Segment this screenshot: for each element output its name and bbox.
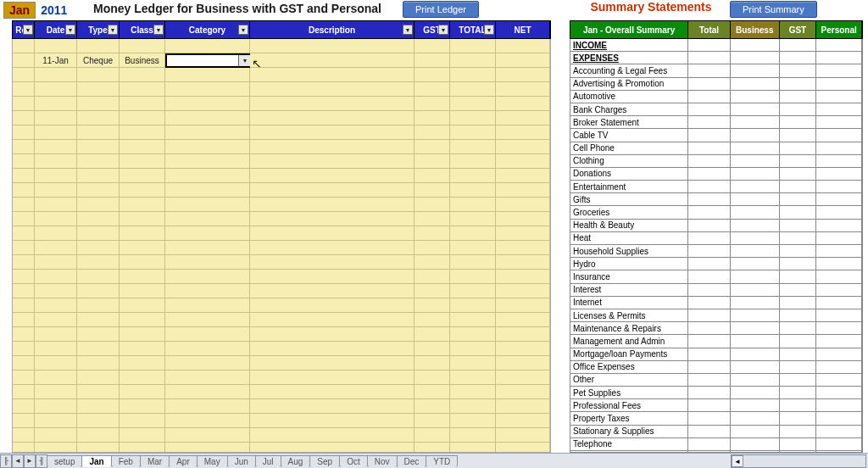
ledger-cell-total[interactable] <box>450 399 496 414</box>
ledger-cell-type[interactable] <box>77 414 120 428</box>
ledger-row[interactable] <box>13 370 550 385</box>
ledger-cell-desc[interactable] <box>250 356 415 370</box>
ledger-cell-net[interactable] <box>496 284 550 298</box>
ledger-row[interactable] <box>13 68 550 82</box>
ledger-cell-total[interactable] <box>450 298 496 313</box>
ledger-row[interactable] <box>13 356 550 370</box>
ledger-cell-rec[interactable] <box>13 399 35 414</box>
ledger-cell-desc[interactable] <box>250 39 415 53</box>
ledger-cell-desc[interactable] <box>250 82 415 97</box>
ledger-cell-class[interactable] <box>120 39 165 53</box>
ledger-cell-total[interactable] <box>450 82 496 97</box>
ledger-cell-class[interactable] <box>120 356 165 370</box>
ledger-cell-gst[interactable] <box>415 428 450 443</box>
ledger-cell-cat[interactable] <box>165 183 250 198</box>
ledger-cell-date[interactable] <box>35 82 77 97</box>
ledger-cell-class[interactable] <box>120 370 165 385</box>
ledger-cell-class[interactable] <box>120 183 165 198</box>
ledger-cell-class[interactable] <box>120 111 165 125</box>
ledger-cell-rec[interactable] <box>13 53 35 68</box>
ledger-cell-type[interactable] <box>77 97 120 111</box>
ledger-cell-date[interactable] <box>35 97 77 111</box>
ledger-cell-type[interactable] <box>77 443 120 453</box>
ledger-cell-net[interactable] <box>496 255 550 270</box>
ledger-cell-cat[interactable] <box>165 443 250 453</box>
ledger-cell-class[interactable] <box>120 169 165 183</box>
ledger-cell-rec[interactable] <box>13 169 35 183</box>
ledger-cell-net[interactable] <box>496 53 550 68</box>
ledger-cell-class[interactable]: Business <box>120 53 165 68</box>
ledger-cell-type[interactable] <box>77 428 120 443</box>
ledger-row[interactable] <box>13 342 550 356</box>
ledger-cell-total[interactable] <box>450 342 496 356</box>
ledger-cell-gst[interactable] <box>415 327 450 342</box>
ledger-cell-type[interactable] <box>77 183 120 198</box>
ledger-cell-desc[interactable] <box>250 428 415 443</box>
ledger-cell-rec[interactable] <box>13 298 35 313</box>
ledger-cell-type[interactable] <box>77 327 120 342</box>
ledger-cell-net[interactable] <box>496 154 550 169</box>
col-type[interactable]: Type▼ <box>77 21 120 38</box>
ledger-cell-type[interactable] <box>77 342 120 356</box>
scroll-left-icon[interactable]: ◄ <box>732 455 743 467</box>
ledger-cell-date[interactable] <box>35 298 77 313</box>
ledger-cell-cat[interactable] <box>165 356 250 370</box>
ledger-cell-total[interactable] <box>450 183 496 198</box>
ledger-cell-total[interactable] <box>450 198 496 212</box>
ledger-cell-rec[interactable] <box>13 428 35 443</box>
ledger-cell-date[interactable] <box>35 140 77 154</box>
ledger-row[interactable] <box>13 82 550 97</box>
filter-dropdown-icon[interactable]: ▼ <box>108 25 118 35</box>
ledger-cell-gst[interactable] <box>415 68 450 82</box>
ledger-cell-gst[interactable] <box>415 82 450 97</box>
ledger-row[interactable] <box>13 111 550 125</box>
sheet-tab-nov[interactable]: Nov <box>367 455 398 467</box>
ledger-cell-total[interactable] <box>450 443 496 453</box>
ledger-cell-type[interactable] <box>77 212 120 226</box>
ledger-cell-desc[interactable] <box>250 313 415 327</box>
ledger-cell-net[interactable] <box>496 82 550 97</box>
ledger-cell-class[interactable] <box>120 385 165 399</box>
ledger-cell-type[interactable] <box>77 154 120 169</box>
ledger-row[interactable] <box>13 284 550 298</box>
ledger-cell-cat[interactable] <box>165 414 250 428</box>
ledger-cell-date[interactable] <box>35 169 77 183</box>
ledger-cell-total[interactable] <box>450 154 496 169</box>
ledger-cell-desc[interactable] <box>250 284 415 298</box>
ledger-cell-net[interactable] <box>496 226 550 241</box>
ledger-cell-gst[interactable] <box>415 284 450 298</box>
ledger-cell-total[interactable] <box>450 428 496 443</box>
ledger-cell-total[interactable] <box>450 313 496 327</box>
ledger-cell-rec[interactable] <box>13 125 35 140</box>
ledger-cell-total[interactable] <box>450 169 496 183</box>
col-description[interactable]: Description▼ <box>250 21 415 38</box>
ledger-row[interactable] <box>13 154 550 169</box>
ledger-cell-rec[interactable] <box>13 111 35 125</box>
ledger-cell-total[interactable] <box>450 370 496 385</box>
ledger-cell-class[interactable] <box>120 97 165 111</box>
ledger-row[interactable] <box>13 385 550 399</box>
ledger-cell-class[interactable] <box>120 212 165 226</box>
ledger-cell-rec[interactable] <box>13 198 35 212</box>
ledger-cell-rec[interactable] <box>13 284 35 298</box>
ledger-cell-date[interactable] <box>35 313 77 327</box>
ledger-cell-total[interactable] <box>450 212 496 226</box>
ledger-cell-cat[interactable] <box>165 154 250 169</box>
sheet-tab-jun[interactable]: Jun <box>227 455 256 467</box>
ledger-cell-type[interactable] <box>77 125 120 140</box>
ledger-cell-desc[interactable] <box>250 198 415 212</box>
col-category[interactable]: Category▼ <box>165 21 250 38</box>
ledger-cell-type[interactable] <box>77 140 120 154</box>
ledger-cell-cat[interactable] <box>165 125 250 140</box>
ledger-row[interactable] <box>13 39 550 53</box>
scroll-track[interactable] <box>743 455 865 467</box>
ledger-cell-cat[interactable] <box>165 284 250 298</box>
ledger-cell-type[interactable] <box>77 169 120 183</box>
ledger-row[interactable] <box>13 125 550 140</box>
ledger-cell-total[interactable] <box>450 356 496 370</box>
ledger-cell-class[interactable] <box>120 313 165 327</box>
ledger-cell-rec[interactable] <box>13 443 35 453</box>
ledger-cell-rec[interactable] <box>13 140 35 154</box>
ledger-cell-total[interactable] <box>450 284 496 298</box>
ledger-row[interactable] <box>13 443 550 453</box>
